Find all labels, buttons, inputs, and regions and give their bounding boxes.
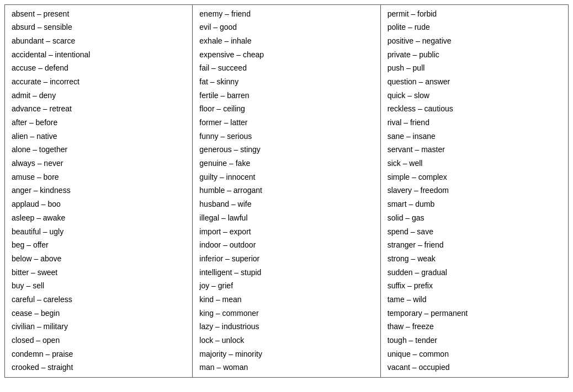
list-item: sane – insane: [388, 130, 561, 143]
word-list-col2: enemy – friendevil – goodexhale – inhale…: [199, 7, 373, 375]
list-item: lazy – industrious: [199, 320, 373, 334]
list-item: positive – negative: [388, 34, 561, 48]
list-item: advance – retreat: [12, 103, 185, 116]
column-1: absent – presentabsurd – sensibleabundan…: [5, 5, 193, 378]
list-item: servant – master: [388, 143, 561, 157]
word-list-col1: absent – presentabsurd – sensibleabundan…: [12, 7, 185, 375]
list-item: suffix – prefix: [388, 280, 561, 293]
list-item: fertile – barren: [199, 89, 373, 103]
list-item: evil – good: [199, 21, 373, 35]
list-item: fat – skinny: [199, 75, 373, 89]
list-item: civilian – military: [12, 320, 185, 334]
list-item: accuse – defend: [12, 62, 185, 76]
list-item: funny – serious: [199, 130, 373, 143]
list-item: reckless – cautious: [388, 103, 561, 116]
list-item: question – answer: [388, 75, 561, 89]
list-item: accidental – intentional: [12, 48, 185, 62]
list-item: sick – well: [388, 157, 561, 171]
list-item: exhale – inhale: [199, 34, 373, 48]
list-item: after – before: [12, 116, 185, 130]
list-item: buy – sell: [12, 280, 185, 293]
list-item: indoor – outdoor: [199, 239, 373, 253]
list-item: temporary – permanent: [388, 307, 561, 320]
list-item: guilty – innocent: [199, 170, 373, 184]
list-item: beautiful – ugly: [12, 225, 185, 239]
word-table: absent – presentabsurd – sensibleabundan…: [4, 4, 569, 378]
list-item: import – export: [199, 225, 373, 239]
list-item: expensive – cheap: [199, 48, 373, 62]
list-item: joy – grief: [199, 280, 373, 293]
list-item: permit – forbid: [388, 7, 561, 21]
list-item: smart – dumb: [388, 198, 561, 212]
list-item: inferior – superior: [199, 252, 373, 266]
list-item: solid – gas: [388, 211, 561, 225]
list-item: always – never: [12, 157, 185, 171]
list-item: tough – tender: [388, 334, 561, 348]
list-item: former – latter: [199, 116, 373, 130]
column-2: enemy – friendevil – goodexhale – inhale…: [193, 5, 380, 378]
list-item: genuine – fake: [199, 157, 373, 171]
list-item: rival – friend: [388, 116, 561, 130]
list-item: closed – open: [12, 334, 185, 348]
list-item: kind – mean: [199, 293, 373, 307]
list-item: abundant – scarce: [12, 34, 185, 48]
list-item: applaud – boo: [12, 198, 185, 212]
list-item: alien – native: [12, 130, 185, 143]
list-item: lock – unlock: [199, 334, 373, 348]
list-item: careful – careless: [12, 293, 185, 307]
list-item: thaw – freeze: [388, 320, 561, 334]
list-item: anger – kindness: [12, 184, 185, 198]
word-list-col3: permit – forbidpolite – rudepositive – n…: [388, 7, 561, 375]
list-item: admit – deny: [12, 89, 185, 103]
list-item: cease – begin: [12, 307, 185, 320]
table-row: absent – presentabsurd – sensibleabundan…: [5, 5, 569, 378]
list-item: humble – arrogant: [199, 184, 373, 198]
list-item: strong – weak: [388, 252, 561, 266]
list-item: floor – ceiling: [199, 103, 373, 116]
list-item: polite – rude: [388, 21, 561, 35]
list-item: bitter – sweet: [12, 266, 185, 280]
list-item: condemn – praise: [12, 347, 185, 361]
list-item: absurd – sensible: [12, 21, 185, 35]
list-item: spend – save: [388, 225, 561, 239]
list-item: man – woman: [199, 361, 373, 375]
list-item: beg – offer: [12, 239, 185, 253]
list-item: majority – minority: [199, 347, 373, 361]
column-3: permit – forbidpolite – rudepositive – n…: [380, 5, 568, 378]
list-item: king – commoner: [199, 307, 373, 320]
list-item: asleep – awake: [12, 211, 185, 225]
list-item: simple – complex: [388, 170, 561, 184]
list-item: push – pull: [388, 62, 561, 76]
list-item: private – public: [388, 48, 561, 62]
list-item: unique – common: [388, 347, 561, 361]
list-item: accurate – incorrect: [12, 75, 185, 89]
list-item: amuse – bore: [12, 170, 185, 184]
list-item: crooked – straight: [12, 361, 185, 375]
list-item: stranger – friend: [388, 239, 561, 253]
list-item: illegal – lawful: [199, 211, 373, 225]
list-item: intelligent – stupid: [199, 266, 373, 280]
list-item: alone – together: [12, 143, 185, 157]
list-item: quick – slow: [388, 89, 561, 103]
list-item: generous – stingy: [199, 143, 373, 157]
list-item: sudden – gradual: [388, 266, 561, 280]
list-item: slavery – freedom: [388, 184, 561, 198]
list-item: husband – wife: [199, 198, 373, 212]
list-item: tame – wild: [388, 293, 561, 307]
list-item: vacant – occupied: [388, 361, 561, 375]
page-container: absent – presentabsurd – sensibleabundan…: [0, 0, 573, 392]
list-item: fail – succeed: [199, 62, 373, 76]
list-item: absent – present: [12, 7, 185, 21]
list-item: enemy – friend: [199, 7, 373, 21]
list-item: below – above: [12, 252, 185, 266]
